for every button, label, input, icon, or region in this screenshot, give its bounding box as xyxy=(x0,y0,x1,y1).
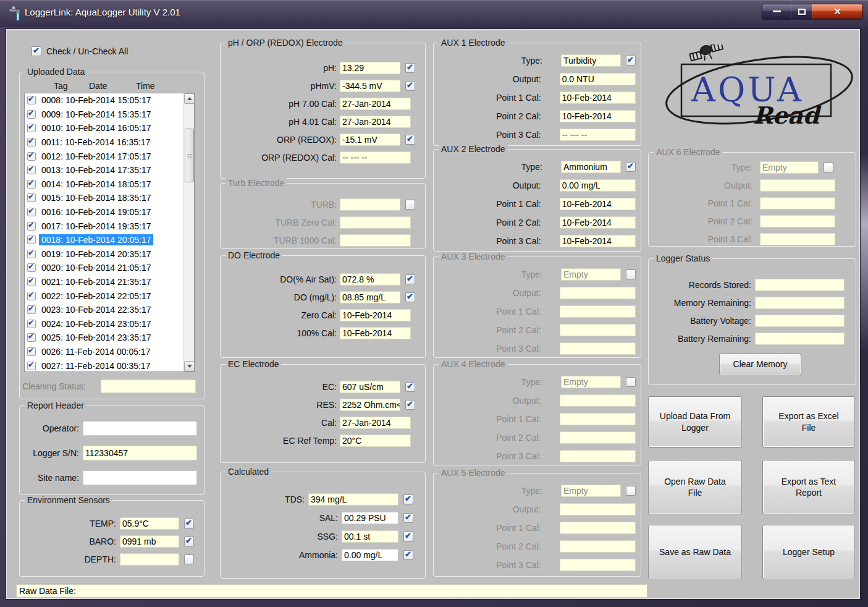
list-item[interactable]: 0019: 10-Feb-2014 20:35:17 xyxy=(25,247,194,261)
value-field[interactable] xyxy=(560,287,636,299)
field-checkbox[interactable] xyxy=(403,513,413,523)
value-field[interactable] xyxy=(755,333,845,345)
value-field[interactable] xyxy=(560,431,636,444)
value-field[interactable] xyxy=(755,315,845,327)
field-checkbox[interactable] xyxy=(403,532,413,541)
list-item-checkbox[interactable] xyxy=(27,138,36,146)
list-item-checkbox[interactable] xyxy=(27,305,36,314)
value-field[interactable] xyxy=(560,413,636,425)
field-checkbox[interactable] xyxy=(405,63,415,73)
list-item-checkbox[interactable] xyxy=(27,263,36,272)
value-field[interactable] xyxy=(560,540,636,553)
list-item[interactable]: 0011: 10-Feb-2014 16:35:17 xyxy=(25,135,194,150)
value-field[interactable]: Empty xyxy=(760,161,819,174)
value-field[interactable] xyxy=(560,522,636,534)
list-item-checkbox[interactable] xyxy=(27,124,36,132)
list-item-checkbox[interactable] xyxy=(27,278,36,286)
value-field[interactable]: 10-Feb-2014 xyxy=(340,327,411,339)
list-item-checkbox[interactable] xyxy=(27,250,36,258)
check-all-checkbox[interactable] xyxy=(32,46,41,56)
field-checkbox[interactable] xyxy=(626,162,636,172)
value-field[interactable]: 10-Feb-2014 xyxy=(340,309,411,321)
value-field[interactable] xyxy=(560,450,636,462)
value-field[interactable]: 05.9°C xyxy=(120,517,179,530)
export-as-text-report-button[interactable]: Export as Text Report xyxy=(762,460,855,514)
value-field[interactable] xyxy=(760,215,835,227)
value-field[interactable] xyxy=(760,197,835,210)
value-field[interactable]: 27-Jan-2014 xyxy=(340,98,411,110)
field-checkbox[interactable] xyxy=(405,400,415,410)
field-checkbox[interactable] xyxy=(405,135,415,145)
field-checkbox[interactable] xyxy=(626,270,636,279)
value-field[interactable]: 10-Feb-2014 xyxy=(560,216,636,229)
list-item-checkbox[interactable] xyxy=(27,110,36,119)
value-field[interactable] xyxy=(760,179,835,192)
value-field[interactable]: 112330457 xyxy=(83,446,197,461)
value-field[interactable]: -344.5 mV xyxy=(340,80,400,92)
list-item-checkbox[interactable] xyxy=(27,166,36,174)
list-item[interactable]: 0016: 10-Feb-2014 19:05:17 xyxy=(25,205,194,219)
list-item-checkbox[interactable] xyxy=(27,222,36,231)
field-checkbox[interactable] xyxy=(626,486,636,496)
field-checkbox[interactable] xyxy=(405,274,415,284)
value-field[interactable]: Ammonium xyxy=(561,161,621,173)
value-field[interactable]: 00.1 st xyxy=(342,530,398,543)
list-item[interactable]: 0017: 10-Feb-2014 19:35:17 xyxy=(25,219,194,233)
check-uncheck-all[interactable]: Check / Un-Check All xyxy=(27,46,128,56)
value-field[interactable] xyxy=(83,421,197,436)
clear-memory-button[interactable]: Clear Memory xyxy=(719,354,801,375)
value-field[interactable]: Turbidity xyxy=(561,54,621,67)
value-field[interactable]: 10-Feb-2014 xyxy=(560,91,636,104)
value-field[interactable]: 27-Jan-2014 xyxy=(340,417,411,429)
value-field[interactable]: 0.00 mg/L xyxy=(560,179,636,192)
maximize-button[interactable] xyxy=(791,4,812,19)
list-item-checkbox[interactable] xyxy=(27,193,36,202)
value-field[interactable] xyxy=(560,503,636,516)
list-item-checkbox[interactable] xyxy=(27,208,36,216)
scrollbar-thumb[interactable] xyxy=(185,129,194,182)
list-item-checkbox[interactable] xyxy=(27,320,36,328)
value-field[interactable]: Empty xyxy=(561,485,621,497)
field-checkbox[interactable] xyxy=(405,382,415,392)
value-field[interactable]: Empty xyxy=(561,376,621,388)
value-field[interactable] xyxy=(560,324,636,336)
value-field[interactable] xyxy=(560,559,636,571)
list-item[interactable]: 0026: 11-Feb-2014 00:05:17 xyxy=(25,345,194,359)
list-item[interactable]: 0024: 10-Feb-2014 23:05:17 xyxy=(25,317,194,331)
value-field[interactable]: 0.0 NTU xyxy=(560,73,636,85)
value-field[interactable]: -- --- -- xyxy=(340,151,411,164)
value-field[interactable] xyxy=(340,216,411,229)
save-as-raw-data-button[interactable]: Save as Raw Data xyxy=(648,525,742,579)
value-field[interactable] xyxy=(560,342,636,355)
list-item-checkbox[interactable] xyxy=(27,180,36,189)
open-raw-data-file-button[interactable]: Open Raw Data File xyxy=(648,460,742,514)
logger-setup-button[interactable]: Logger Setup xyxy=(762,525,855,579)
cleaning-status-field[interactable] xyxy=(101,380,196,393)
export-as-excel-file-button[interactable]: Export as Excel File xyxy=(762,396,855,448)
value-field[interactable]: 607 uS/cm xyxy=(340,381,400,393)
close-button[interactable]: ✕ xyxy=(812,4,862,19)
list-item[interactable]: 0021: 10-Feb-2014 21:35:17 xyxy=(25,275,194,289)
value-field[interactable]: 20°C xyxy=(340,435,411,447)
field-checkbox[interactable] xyxy=(824,163,833,172)
field-checkbox[interactable] xyxy=(405,200,415,210)
value-field[interactable]: 10-Feb-2014 xyxy=(560,110,636,122)
field-checkbox[interactable] xyxy=(626,56,636,66)
list-item[interactable]: 0027: 11-Feb-2014 00:35:17 xyxy=(25,359,194,372)
list-item-checkbox[interactable] xyxy=(27,362,36,370)
list-item-checkbox[interactable] xyxy=(27,333,36,342)
value-field[interactable]: 2252 Ohm.cm<br: xyxy=(340,399,400,411)
field-checkbox[interactable] xyxy=(184,554,194,564)
value-field[interactable]: 00.29 PSU xyxy=(342,512,398,524)
upload-data-from-logger-button[interactable]: Upload Data From Logger xyxy=(648,396,742,448)
scrollbar-down-arrow[interactable] xyxy=(184,361,195,371)
list-item[interactable]: 0022: 10-Feb-2014 22:05:17 xyxy=(25,289,194,303)
minimize-button[interactable] xyxy=(762,4,791,19)
list-item-checkbox[interactable] xyxy=(27,236,36,244)
value-field[interactable]: 10-Feb-2014 xyxy=(560,198,636,210)
scrollbar[interactable] xyxy=(183,93,194,371)
list-item[interactable]: 0020: 10-Feb-2014 21:05:17 xyxy=(25,261,194,275)
list-item-checkbox[interactable] xyxy=(27,152,36,161)
list-item-checkbox[interactable] xyxy=(27,292,36,300)
list-item[interactable]: 0012: 10-Feb-2014 17:05:17 xyxy=(25,149,194,163)
